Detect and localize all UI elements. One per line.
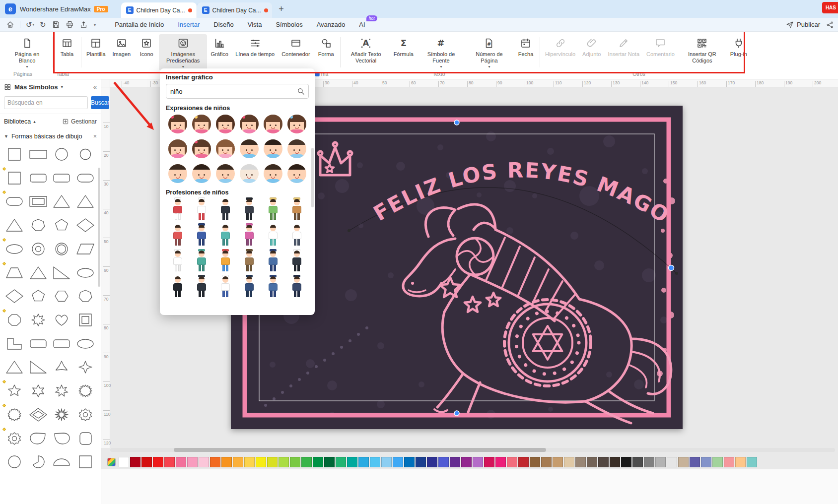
shape-concentric-circle[interactable] bbox=[52, 241, 72, 257]
document-tab[interactable]: EChildren Day Ca... bbox=[197, 2, 272, 18]
color-swatch[interactable] bbox=[690, 457, 700, 467]
symbols-search-button[interactable]: Buscar bbox=[91, 96, 109, 109]
color-swatch[interactable] bbox=[484, 457, 494, 467]
color-swatch[interactable] bbox=[507, 457, 517, 467]
shape-right-triangle[interactable] bbox=[52, 264, 72, 281]
color-swatch[interactable] bbox=[153, 457, 163, 467]
clipart-child-profession[interactable] bbox=[166, 251, 190, 273]
clipart-child-profession[interactable] bbox=[213, 199, 237, 222]
clipart-child-expression[interactable] bbox=[190, 164, 213, 183]
color-swatch[interactable] bbox=[210, 457, 220, 467]
shape-trapezoid[interactable] bbox=[4, 264, 25, 281]
color-swatch[interactable] bbox=[244, 457, 255, 467]
chevron-down-icon[interactable]: ▾ bbox=[61, 84, 63, 89]
shape-sunburst[interactable] bbox=[75, 382, 96, 399]
ribbon-tabla[interactable]: Tabla bbox=[55, 34, 79, 59]
shape-pentagon[interactable] bbox=[52, 217, 72, 234]
shape-square[interactable] bbox=[4, 170, 25, 187]
manage-library-button[interactable]: Gestionar bbox=[62, 118, 97, 125]
shape-stadium[interactable] bbox=[4, 193, 25, 210]
shape-triangle[interactable] bbox=[4, 359, 25, 376]
color-swatch[interactable] bbox=[701, 457, 711, 467]
corner-badge[interactable]: HAS bbox=[822, 2, 838, 13]
clipart-child-profession[interactable] bbox=[261, 225, 285, 248]
shape-octagon[interactable] bbox=[4, 312, 25, 328]
shape-section-header[interactable]: ▼ Formas básicas de dibujo × bbox=[0, 129, 101, 144]
ribbon-número-de-página[interactable]: #Número de Página▾ bbox=[465, 34, 513, 70]
clipart-child-profession[interactable] bbox=[190, 276, 213, 299]
clipart-child-expression[interactable] bbox=[261, 115, 285, 133]
color-swatch[interactable] bbox=[301, 457, 312, 467]
collapse-panel-button[interactable]: « bbox=[93, 83, 97, 91]
color-swatch[interactable] bbox=[450, 457, 460, 467]
color-swatch[interactable] bbox=[393, 457, 403, 467]
shape-teardrop-flip[interactable] bbox=[52, 430, 72, 447]
menu-pantalla-de-inicio[interactable]: Pantalla de Inicio bbox=[115, 21, 164, 28]
save-icon[interactable] bbox=[52, 20, 60, 29]
ribbon-plug-in[interactable]: Plug-in bbox=[726, 34, 751, 59]
color-swatch[interactable] bbox=[267, 457, 278, 467]
clipart-child-profession[interactable] bbox=[190, 225, 213, 248]
unsaved-dot[interactable] bbox=[264, 8, 268, 12]
clipart-child-expression[interactable] bbox=[261, 139, 285, 158]
shape-pentagon[interactable] bbox=[28, 288, 49, 305]
menu-insertar[interactable]: Insertar bbox=[178, 21, 200, 28]
shape-triangle[interactable] bbox=[52, 193, 72, 210]
color-swatch[interactable] bbox=[358, 457, 369, 467]
new-tab-button[interactable]: + bbox=[275, 2, 288, 15]
ribbon-fórmula[interactable]: ΣFórmula bbox=[390, 34, 417, 59]
clipart-child-profession[interactable] bbox=[237, 276, 261, 299]
color-swatch[interactable] bbox=[130, 457, 140, 467]
menu-ai[interactable]: AIhot bbox=[359, 21, 365, 28]
ribbon-línea-de-tiempo[interactable]: Línea de tiempo bbox=[232, 34, 278, 59]
clipart-child-profession[interactable] bbox=[166, 276, 190, 299]
clipart-child-profession[interactable] bbox=[190, 251, 213, 273]
color-swatch[interactable] bbox=[256, 457, 266, 467]
clipart-child-expression[interactable] bbox=[190, 139, 213, 158]
color-swatch[interactable] bbox=[518, 457, 529, 467]
publish-button[interactable]: Publicar bbox=[797, 21, 820, 28]
shape-triangle[interactable] bbox=[28, 264, 49, 281]
document-tab[interactable]: EChildren Day Ca... bbox=[121, 2, 197, 18]
clipart-child-expression[interactable] bbox=[213, 164, 237, 183]
color-swatch[interactable] bbox=[404, 457, 415, 467]
arc-endpoint[interactable] bbox=[348, 229, 350, 232]
color-swatch[interactable] bbox=[553, 457, 563, 467]
color-swatch[interactable] bbox=[427, 457, 437, 467]
shape-donut[interactable] bbox=[28, 241, 49, 257]
ribbon-imagen[interactable]: Imagen bbox=[109, 34, 135, 59]
ribbon-insertar-qr-códigos[interactable]: Insertar QR Códigos bbox=[678, 34, 726, 65]
shape-ellipse-wide[interactable] bbox=[4, 241, 25, 257]
clipart-child-profession[interactable] bbox=[237, 199, 261, 222]
color-swatch[interactable] bbox=[141, 457, 152, 467]
menu-vista[interactable]: Vista bbox=[248, 21, 262, 28]
symbols-panel-scrollbar[interactable] bbox=[98, 168, 100, 287]
color-swatch[interactable] bbox=[221, 457, 232, 467]
shape-star-6[interactable] bbox=[28, 382, 49, 399]
color-swatch[interactable] bbox=[313, 457, 323, 467]
palette-pen-icon[interactable] bbox=[107, 458, 116, 466]
ribbon-fecha[interactable]: Fecha bbox=[513, 34, 538, 59]
color-swatch[interactable] bbox=[735, 457, 746, 467]
color-swatch[interactable] bbox=[632, 457, 643, 467]
shape-triangle[interactable] bbox=[4, 217, 25, 234]
color-swatch[interactable] bbox=[564, 457, 574, 467]
shape-circle[interactable] bbox=[4, 453, 25, 470]
clipart-child-profession[interactable] bbox=[285, 199, 309, 222]
shape-rounded-rectangle[interactable] bbox=[52, 170, 72, 187]
shape-square[interactable] bbox=[75, 453, 96, 470]
clipart-child-expression[interactable] bbox=[237, 115, 261, 133]
clipart-child-profession[interactable] bbox=[285, 276, 309, 299]
clipart-child-profession[interactable] bbox=[261, 199, 285, 222]
shape-teardrop[interactable] bbox=[28, 430, 49, 447]
color-swatch[interactable] bbox=[119, 457, 129, 467]
redo-icon[interactable]: ↻ bbox=[40, 20, 46, 29]
color-swatch[interactable] bbox=[347, 457, 357, 467]
shape-snowflake[interactable] bbox=[52, 406, 72, 423]
clipart-child-profession[interactable] bbox=[261, 251, 285, 273]
shape-square-frame[interactable] bbox=[75, 312, 96, 328]
clipart-child-profession[interactable] bbox=[213, 276, 237, 299]
shape-frame-rectangle[interactable] bbox=[28, 193, 49, 210]
color-swatch[interactable] bbox=[233, 457, 243, 467]
close-section-icon[interactable]: × bbox=[93, 133, 97, 140]
